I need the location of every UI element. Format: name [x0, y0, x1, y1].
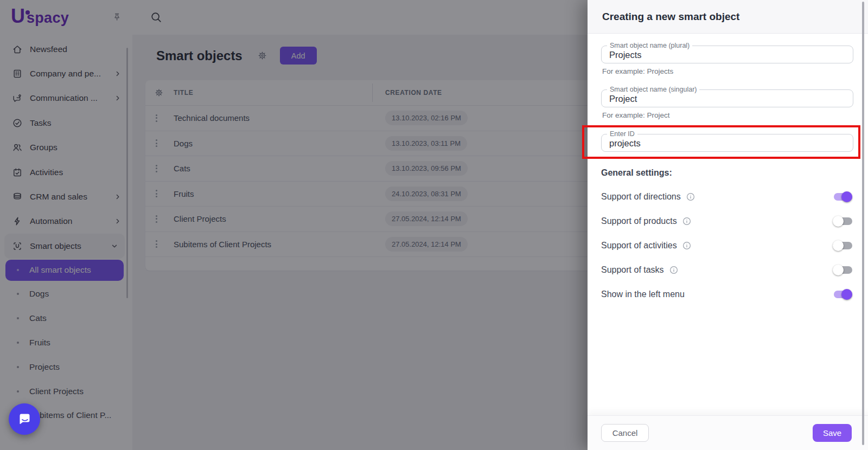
toggle-row-show-in-left-menu: Show in the left menu: [601, 288, 853, 301]
toggle-row-support-of-products: Support of products: [601, 215, 853, 228]
enter-id-input[interactable]: [602, 134, 853, 151]
support-of-directions-toggle[interactable]: [833, 190, 853, 203]
create-smart-object-drawer: Creating a new smart object Smart object…: [588, 0, 868, 450]
chat-bubble-icon: [16, 411, 33, 427]
support-of-activities-toggle[interactable]: [833, 239, 853, 252]
singular-name-label: Smart object name (singular): [607, 86, 699, 93]
toggle-row-support-of-activities: Support of activities: [601, 239, 853, 252]
general-settings-title: General settings:: [601, 168, 853, 178]
toggle-row-support-of-tasks: Support of tasks: [601, 263, 853, 277]
support-of-products-toggle[interactable]: [833, 215, 853, 228]
info-icon[interactable]: [669, 266, 678, 274]
plural-name-field: Smart object name (plural): [601, 46, 853, 63]
cancel-button[interactable]: Cancel: [601, 424, 649, 442]
info-icon[interactable]: [682, 241, 691, 250]
drawer-header: Creating a new smart object: [588, 0, 868, 34]
singular-name-field: Smart object name (singular): [601, 89, 853, 107]
drawer-title: Creating a new smart object: [602, 11, 739, 23]
show-in-left-menu-toggle[interactable]: [833, 288, 853, 301]
app-window: U spacy Newsfeed Company and pe...: [0, 0, 868, 450]
enter-id-field: Enter ID: [601, 134, 853, 152]
info-icon[interactable]: [686, 192, 695, 201]
drawer-scrollbar[interactable]: [862, 2, 864, 445]
chat-launcher-button[interactable]: [9, 403, 40, 435]
support-of-tasks-toggle[interactable]: [833, 263, 853, 277]
save-button[interactable]: Save: [813, 424, 852, 442]
drawer-body: Smart object name (plural) For example: …: [588, 34, 868, 301]
plural-name-helper: For example: Projects: [602, 67, 853, 76]
enter-id-label: Enter ID: [607, 130, 637, 138]
singular-name-helper: For example: Project: [602, 111, 853, 120]
plural-name-label: Smart object name (plural): [607, 42, 692, 49]
drawer-footer: Cancel Save: [588, 415, 868, 450]
info-icon[interactable]: [682, 217, 691, 226]
toggle-row-support-of-directions: Support of directions: [601, 190, 853, 203]
